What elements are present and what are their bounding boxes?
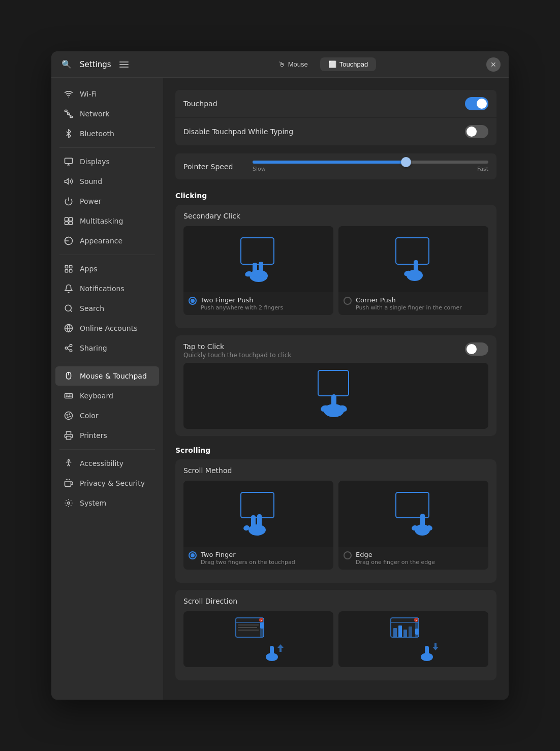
- tab-touchpad[interactable]: ⬜ Touchpad: [320, 57, 376, 71]
- sidebar-item-sharing[interactable]: Sharing: [55, 338, 159, 358]
- svg-line-26: [67, 349, 70, 350]
- sidebar-item-multitasking[interactable]: Multitasking: [55, 211, 159, 231]
- scroll-method-title: Scroll Method: [183, 466, 488, 475]
- two-finger-scroll-illustration: [183, 481, 333, 547]
- sidebar-item-power[interactable]: Power: [55, 192, 159, 211]
- search-button[interactable]: 🔍: [59, 57, 74, 71]
- two-finger-radio[interactable]: [189, 297, 197, 305]
- sidebar-item-printers[interactable]: Printers: [55, 426, 159, 445]
- divider-4: [59, 449, 155, 450]
- apps-icon: [64, 264, 74, 274]
- svg-rect-87: [415, 629, 419, 635]
- tab-bar: 🖱 Mouse ⬜ Touchpad: [171, 57, 475, 71]
- sidebar-item-online-accounts[interactable]: Online Accounts: [55, 319, 159, 338]
- scroll-direction-title: Scroll Direction: [183, 597, 488, 605]
- sidebar-item-bluetooth[interactable]: Bluetooth: [55, 124, 159, 143]
- sharing-icon: [64, 343, 74, 353]
- color-label: Color: [80, 412, 99, 420]
- edge-scroll-desc: Drag one finger on the edge: [356, 559, 435, 566]
- wifi-icon: [64, 89, 74, 99]
- scroll-dir-option-1[interactable]: ✕: [183, 611, 333, 667]
- search-nav-icon: [64, 303, 74, 314]
- clicking-section-title: Clicking: [175, 192, 496, 200]
- sidebar-item-system[interactable]: System: [55, 493, 159, 513]
- close-button[interactable]: ✕: [486, 57, 501, 72]
- svg-point-44: [68, 460, 70, 461]
- divider-1: [59, 147, 155, 148]
- two-finger-label: Two Finger Push: [201, 296, 283, 304]
- two-finger-scroll-radio-row: Two Finger Drag two fingers on the touch…: [183, 547, 333, 570]
- secondary-click-title: Secondary Click: [183, 212, 488, 220]
- edge-scroll-option[interactable]: Edge Drag one finger on the edge: [338, 481, 488, 570]
- touchpad-toggle[interactable]: [465, 97, 488, 110]
- color-icon: [64, 411, 74, 421]
- svg-line-5: [69, 115, 71, 116]
- sidebar-item-wifi[interactable]: Wi-Fi: [55, 84, 159, 104]
- corner-push-option[interactable]: Corner Push Push with a single finger in…: [338, 226, 488, 315]
- sidebar-item-color[interactable]: Color: [55, 406, 159, 425]
- menu-button[interactable]: [117, 59, 131, 70]
- edge-scroll-radio[interactable]: [344, 551, 352, 559]
- svg-rect-83: [270, 646, 274, 658]
- sidebar-item-sound[interactable]: Sound: [55, 172, 159, 191]
- two-finger-scroll-option[interactable]: Two Finger Drag two fingers on the touch…: [183, 481, 333, 570]
- scrolling-section-title: Scrolling: [175, 446, 496, 454]
- svg-line-4: [66, 112, 69, 113]
- slider-thumb[interactable]: [401, 157, 411, 167]
- appearance-icon: [64, 236, 74, 246]
- sidebar-item-keyboard[interactable]: Keyboard: [55, 386, 159, 405]
- sidebar-item-privacy[interactable]: Privacy & Security: [55, 474, 159, 493]
- sidebar-item-displays[interactable]: Displays: [55, 152, 159, 171]
- sidebar-item-notifications[interactable]: Notifications: [55, 279, 159, 298]
- scroll-dir-option-2[interactable]: ✕: [338, 611, 488, 667]
- svg-rect-91: [409, 627, 412, 637]
- slider-labels: Slow Fast: [253, 166, 488, 172]
- disable-typing-row: Disable Touchpad While Typing: [175, 118, 496, 145]
- multitasking-label: Multitasking: [80, 217, 123, 225]
- corner-push-radio-row: Corner Push Push with a single finger in…: [338, 292, 488, 315]
- scroll-method-card: Scroll Method: [175, 459, 496, 583]
- secondary-click-options: Two Finger Push Push anywhere with 2 fin…: [183, 226, 488, 315]
- main-layout: Wi-Fi Network: [51, 78, 509, 700]
- mouse-touchpad-icon: [64, 371, 74, 381]
- privacy-label: Privacy & Security: [80, 479, 145, 487]
- svg-rect-13: [65, 222, 69, 225]
- appearance-label: Appearance: [80, 237, 122, 245]
- two-finger-scroll-desc: Drag two fingers on the touchpad: [201, 559, 295, 566]
- svg-rect-70: [420, 514, 425, 531]
- disable-typing-toggle[interactable]: [465, 125, 488, 138]
- touchpad-row: Touchpad: [175, 90, 496, 117]
- online-accounts-icon: [64, 323, 74, 333]
- edge-scroll-illustration: [338, 481, 488, 547]
- sidebar-item-appearance[interactable]: Appearance: [55, 231, 159, 251]
- printers-label: Printers: [80, 431, 107, 440]
- corner-push-radio[interactable]: [344, 297, 352, 305]
- keyboard-icon: [64, 391, 74, 401]
- svg-rect-1: [65, 110, 68, 112]
- sidebar-item-network[interactable]: Network: [55, 104, 159, 123]
- divider-2: [59, 255, 155, 255]
- window-title: Settings: [80, 60, 111, 69]
- sidebar-item-mouse-touchpad[interactable]: Mouse & Touchpad: [55, 366, 159, 386]
- privacy-icon: [64, 478, 74, 488]
- sidebar-item-apps[interactable]: Apps: [55, 259, 159, 278]
- svg-line-21: [70, 310, 72, 311]
- slow-label: Slow: [253, 166, 266, 172]
- tab-mouse[interactable]: 🖱 Mouse: [270, 57, 316, 71]
- pointer-speed-label: Pointer Speed: [183, 163, 244, 171]
- tap-to-click-toggle[interactable]: [465, 342, 488, 356]
- mouse-touchpad-label: Mouse & Touchpad: [80, 372, 147, 380]
- two-finger-push-option[interactable]: Two Finger Push Push anywhere with 2 fin…: [183, 226, 333, 315]
- sidebar-item-accessibility[interactable]: Accessibility: [55, 454, 159, 473]
- network-icon: [64, 109, 74, 119]
- sidebar-item-search[interactable]: Search: [55, 299, 159, 318]
- divider-3: [59, 362, 155, 362]
- tap-to-click-header: Tap to Click Quickly touch the touchpad …: [183, 342, 488, 359]
- slider-fill: [253, 161, 406, 164]
- svg-point-40: [69, 414, 70, 415]
- svg-rect-68: [396, 492, 429, 518]
- two-finger-scroll-radio[interactable]: [189, 551, 197, 559]
- corner-push-label: Corner Push: [356, 296, 462, 304]
- edge-scroll-radio-row: Edge Drag one finger on the edge: [338, 547, 488, 570]
- network-label: Network: [80, 110, 109, 118]
